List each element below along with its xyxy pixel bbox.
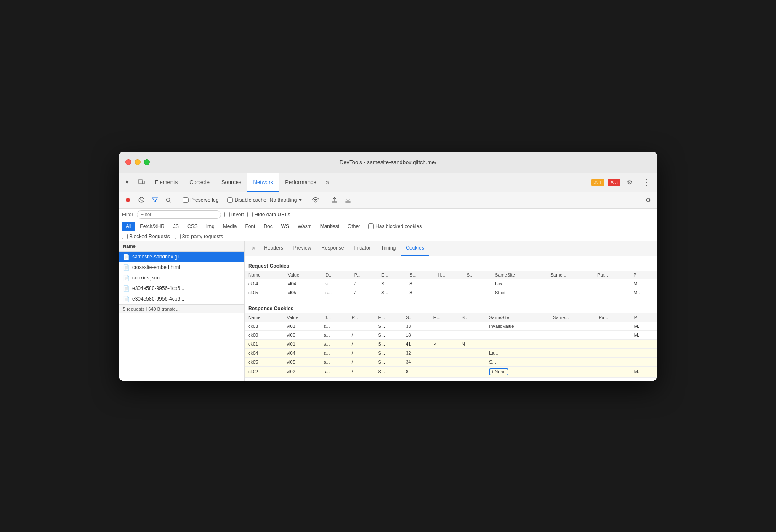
hide-data-urls-checkbox[interactable]	[247, 212, 253, 217]
preserve-log-checkbox[interactable]	[183, 197, 189, 203]
file-name-cookies-json: cookies.json	[132, 275, 160, 281]
settings-icon[interactable]: ⚙	[624, 176, 635, 188]
clear-button[interactable]	[136, 194, 147, 206]
tab-network[interactable]: Network	[247, 173, 279, 192]
tab-console[interactable]: Console	[183, 173, 215, 192]
disable-cache-label: Disable cache	[234, 197, 266, 203]
more-options-icon[interactable]: ⋮	[640, 176, 652, 188]
filter-type-img[interactable]: Img	[202, 222, 218, 231]
record-button[interactable]	[122, 194, 134, 206]
table-row-ck05[interactable]: ck05 vl05 s... / S... 34 S...	[245, 357, 657, 366]
maximize-button[interactable]	[144, 159, 150, 165]
file-item-samesite[interactable]: 📄 samesite-sandbox.gli...	[119, 252, 244, 262]
detail-close-button[interactable]: ×	[248, 245, 259, 252]
filter-type-media[interactable]: Media	[219, 222, 241, 231]
cell-samesite: S...	[486, 357, 550, 366]
detail-tab-preview[interactable]: Preview	[288, 241, 316, 256]
cell-h	[430, 322, 458, 330]
filter-input[interactable]	[137, 210, 221, 219]
cell-name: ck02	[245, 366, 284, 377]
throttling-arrow: ▼	[298, 197, 303, 203]
filter-type-css[interactable]: CSS	[183, 222, 202, 231]
file-item-e1[interactable]: 📄 e304e580-9956-4cb6...	[119, 283, 244, 294]
close-button[interactable]	[125, 159, 131, 165]
cell-p: /	[348, 330, 375, 339]
detail-tab-response[interactable]: Response	[316, 241, 349, 256]
cell-h	[430, 357, 458, 366]
col-s2: S...	[458, 313, 486, 322]
request-cookies-header-row: Name Value D... P... E... S... H... S...…	[245, 271, 657, 279]
file-list: Name 📄 samesite-sandbox.gli... 📄 crosssi…	[119, 241, 245, 381]
col-p2: P	[631, 313, 657, 322]
cell-e: S...	[375, 339, 403, 348]
file-icon-e1: 📄	[123, 285, 130, 292]
filter-type-all[interactable]: All	[122, 222, 135, 231]
more-tabs-button[interactable]: »	[322, 178, 333, 186]
invert-checkbox[interactable]	[224, 212, 230, 217]
upload-icon[interactable]	[329, 194, 340, 206]
cell-same2	[550, 322, 595, 330]
cell-d: s...	[320, 366, 348, 377]
table-row-ck01[interactable]: ck01 vl01 s... / S... 41 ✓ N T	[245, 339, 657, 348]
cell-d: s...	[322, 279, 351, 288]
blocked-requests-checkbox[interactable]	[122, 234, 128, 239]
tab-performance[interactable]: Performance	[279, 173, 322, 192]
error-badge[interactable]: ✕ 3	[608, 179, 620, 186]
cell-p: /	[351, 288, 378, 297]
tab-elements[interactable]: Elements	[149, 173, 183, 192]
file-item-crosssite[interactable]: 📄 crosssite-embed.html	[119, 262, 244, 273]
download-icon[interactable]	[342, 194, 354, 206]
col-value: Value	[284, 271, 322, 279]
table-row[interactable]: ck03 vl03 s... S... 33 InvalidValue	[245, 322, 657, 330]
table-row[interactable]: ck00 vl00 s... / S... 18	[245, 330, 657, 339]
filter-type-manifest[interactable]: Manifest	[316, 222, 343, 231]
disable-cache-checkbox[interactable]	[227, 197, 233, 203]
minimize-button[interactable]	[135, 159, 141, 165]
col-samesite: SameSite	[486, 313, 550, 322]
filter-type-doc[interactable]: Doc	[260, 222, 276, 231]
file-item-cookies-json[interactable]: 📄 cookies.json	[119, 273, 244, 283]
file-icon-samesite: 📄	[123, 254, 130, 260]
search-icon[interactable]	[162, 194, 174, 206]
table-row-ck02[interactable]: ck02 vl02 s... / S... 8 ℹ	[245, 366, 657, 377]
col-s: S...	[402, 313, 430, 322]
traffic-lights	[125, 159, 150, 165]
cell-par	[595, 330, 631, 339]
filter-type-js[interactable]: JS	[169, 222, 183, 231]
filter-type-other[interactable]: Other	[344, 222, 364, 231]
filter-type-font[interactable]: Font	[241, 222, 259, 231]
cell-d: s...	[320, 339, 348, 348]
network-settings-icon[interactable]: ⚙	[642, 194, 654, 206]
col-samesite: SameSite	[492, 271, 547, 279]
badges-area: ⚠ 1 ✕ 3 ⚙ ⋮	[591, 176, 654, 188]
cell-s2	[463, 288, 492, 297]
cell-h	[430, 348, 458, 357]
detail-tab-timing[interactable]: Timing	[376, 241, 401, 256]
detail-tab-cookies[interactable]: Cookies	[401, 241, 429, 256]
file-item-e2[interactable]: 📄 e304e580-9956-4cb6...	[119, 294, 244, 304]
filter-icon[interactable]	[149, 194, 161, 206]
table-row[interactable]: ck05 vl05 s... / S... 8 Strict	[245, 288, 657, 297]
cell-par	[595, 348, 631, 357]
tab-sources[interactable]: Sources	[215, 173, 247, 192]
blocked-requests-label: Blocked Requests	[129, 234, 170, 239]
wifi-icon[interactable]	[310, 194, 322, 206]
filter-type-wasm[interactable]: Wasm	[294, 222, 316, 231]
third-party-checkbox[interactable]	[175, 234, 181, 239]
warning-badge[interactable]: ⚠ 1	[591, 179, 604, 186]
filter-type-fetch[interactable]: Fetch/XHR	[136, 222, 168, 231]
table-row[interactable]: ck04 vl04 s... / S... 8 Lax	[245, 279, 657, 288]
table-row-ck04[interactable]: ck04 vl04 s... / S... 32 La...	[245, 348, 657, 357]
cell-p2: M..	[631, 322, 657, 330]
has-blocked-cookies-checkbox[interactable]	[368, 223, 374, 229]
filter-type-ws[interactable]: WS	[277, 222, 293, 231]
col-e: E...	[378, 271, 406, 279]
cursor-icon[interactable]	[122, 176, 134, 188]
responsive-icon[interactable]	[136, 176, 147, 188]
col-par: Par...	[594, 271, 630, 279]
cell-p2	[631, 339, 657, 348]
detail-tab-initiator[interactable]: Initiator	[349, 241, 375, 256]
detail-tab-headers[interactable]: Headers	[259, 241, 288, 256]
cell-s: 34	[402, 357, 430, 366]
file-icon-crosssite: 📄	[123, 264, 130, 271]
